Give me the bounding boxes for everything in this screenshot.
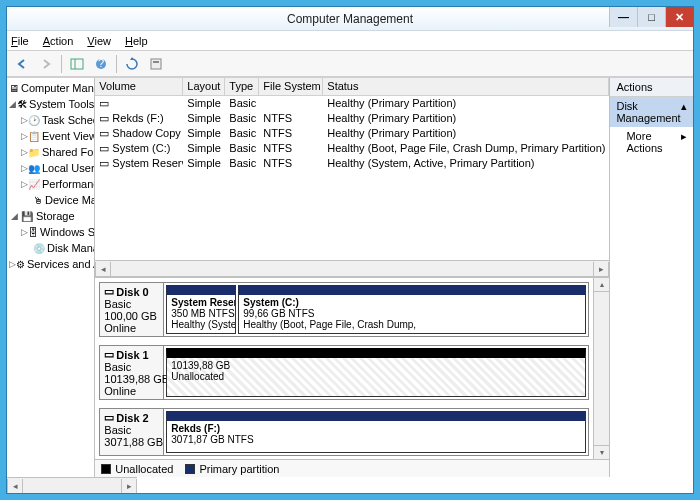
- scroll-right-button[interactable]: ▸: [121, 479, 137, 493]
- tree-label: Device Manager: [45, 194, 95, 206]
- vol-status: Healthy (Boot, Page File, Crash Dump, Pr…: [323, 141, 609, 156]
- disk-info: ▭Disk 2 Basic 3071,88 GB: [100, 409, 164, 455]
- maximize-button[interactable]: □: [637, 7, 665, 27]
- titlebar: Computer Management — □ ✕: [7, 7, 693, 31]
- scroll-up-button[interactable]: ▴: [594, 278, 609, 292]
- actions-section[interactable]: Disk Management▴: [610, 97, 693, 127]
- tree-eventviewer[interactable]: ▷📋Event Viewer: [7, 128, 94, 144]
- vol-status: Healthy (Primary Partition): [323, 126, 609, 141]
- users-icon: 👥: [28, 161, 40, 175]
- partition-name: System (C:): [243, 297, 581, 308]
- menu-help[interactable]: Help: [125, 35, 148, 47]
- tree-label: Disk Management: [47, 242, 95, 254]
- partition-name: Rekds (F:): [171, 423, 581, 434]
- partition[interactable]: System Reserved 350 MB NTFS Healthy (Sys…: [166, 285, 236, 334]
- disk-name: Disk 1: [116, 349, 148, 361]
- tree-root[interactable]: 🖥Computer Management (Local: [7, 80, 94, 96]
- scroll-left-button[interactable]: ◂: [7, 479, 23, 493]
- actions-more[interactable]: More Actions▸: [610, 127, 693, 157]
- volume-row[interactable]: ▭ Rekds (F:)SimpleBasicNTFSHealthy (Prim…: [95, 111, 609, 126]
- tree-localusers[interactable]: ▷👥Local Users and Groups: [7, 160, 94, 176]
- scroll-down-button[interactable]: ▾: [594, 445, 609, 459]
- volume-icon: ▭: [99, 127, 109, 139]
- tree-performance[interactable]: ▷📈Performance: [7, 176, 94, 192]
- disk-graphical: ▭Disk 0 Basic 100,00 GB Online System Re…: [95, 278, 609, 459]
- show-hide-tree-button[interactable]: [66, 53, 88, 75]
- volume-icon: ▭: [99, 97, 109, 109]
- vol-type: Basic: [225, 126, 259, 141]
- h-scrollbar[interactable]: ◂▸: [95, 260, 609, 276]
- col-type[interactable]: Type: [225, 78, 259, 95]
- settings-button[interactable]: [145, 53, 167, 75]
- menu-view[interactable]: View: [87, 35, 111, 47]
- v-scrollbar[interactable]: ▴ ▾: [593, 278, 609, 459]
- actions-more-label: More Actions: [626, 130, 681, 154]
- svg-rect-5: [153, 61, 159, 63]
- expand-icon[interactable]: ▷: [21, 227, 28, 237]
- disk-row[interactable]: ▭Disk 2 Basic 3071,88 GB Rekds (F:) 3071…: [99, 408, 589, 456]
- tree-storage[interactable]: ◢💾Storage: [7, 208, 94, 224]
- tree-services[interactable]: ▷⚙Services and Applications: [7, 256, 94, 272]
- volume-row[interactable]: ▭ SimpleBasicHealthy (Primary Partition): [95, 96, 609, 111]
- tree-h-scrollbar[interactable]: ◂▸: [7, 477, 137, 493]
- tree-devicemgr[interactable]: 🖱Device Manager: [7, 192, 94, 208]
- help-button[interactable]: ?: [90, 53, 112, 75]
- disk-type: Basic: [104, 298, 159, 310]
- volume-header: Volume Layout Type File System Status: [95, 78, 609, 96]
- menu-file[interactable]: File: [11, 35, 29, 47]
- disk-info: ▭Disk 1 Basic 10139,88 GB Online: [100, 346, 164, 399]
- minimize-button[interactable]: —: [609, 7, 637, 27]
- expand-icon[interactable]: ▷: [21, 147, 28, 157]
- menu-action[interactable]: Action: [43, 35, 74, 47]
- col-layout[interactable]: Layout: [183, 78, 225, 95]
- expand-icon[interactable]: ▷: [21, 131, 28, 141]
- vol-layout: Simple: [183, 96, 225, 111]
- close-button[interactable]: ✕: [665, 7, 693, 27]
- expand-icon[interactable]: ▷: [21, 115, 28, 125]
- tree-wsbackup[interactable]: ▷🗄Windows Server Backup: [7, 224, 94, 240]
- forward-button[interactable]: [35, 53, 57, 75]
- vol-fs: NTFS: [259, 156, 323, 171]
- vol-status: Healthy (Primary Partition): [323, 96, 609, 111]
- col-status[interactable]: Status: [323, 78, 609, 95]
- menubar: File Action View Help: [7, 31, 693, 51]
- expand-icon[interactable]: ▷: [9, 259, 16, 269]
- tree-sharedfolders[interactable]: ▷📁Shared Folders: [7, 144, 94, 160]
- scroll-left-button[interactable]: ◂: [95, 262, 111, 276]
- volume-row[interactable]: ▭ System (C:)SimpleBasicNTFSHealthy (Boo…: [95, 141, 609, 156]
- center-pane: Volume Layout Type File System Status ▭ …: [95, 78, 610, 477]
- partition-unallocated[interactable]: 10139,88 GB Unallocated: [166, 348, 586, 397]
- toolbar-separator: [116, 55, 117, 73]
- partition[interactable]: System (C:) 99,66 GB NTFS Healthy (Boot,…: [238, 285, 586, 334]
- vol-layout: Simple: [183, 126, 225, 141]
- expand-icon[interactable]: ▷: [21, 163, 28, 173]
- refresh-button[interactable]: [121, 53, 143, 75]
- tree-diskmgmt[interactable]: 💿Disk Management: [7, 240, 94, 256]
- col-filesystem[interactable]: File System: [259, 78, 323, 95]
- volume-row[interactable]: ▭ System ReservedSimpleBasicNTFSHealthy …: [95, 156, 609, 171]
- tree-tasksched[interactable]: ▷🕑Task Scheduler: [7, 112, 94, 128]
- back-button[interactable]: [11, 53, 33, 75]
- window-title: Computer Management: [287, 12, 413, 26]
- partition-size: 3071,87 GB NTFS: [171, 434, 581, 445]
- backup-icon: 🗄: [28, 225, 38, 239]
- collapse-icon[interactable]: ◢: [9, 99, 17, 109]
- services-icon: ⚙: [16, 257, 25, 271]
- disk-type: Basic: [104, 424, 159, 436]
- folder-icon: 📁: [28, 145, 40, 159]
- actions-pane: Actions Disk Management▴ More Actions▸: [610, 78, 693, 477]
- expand-icon[interactable]: ▷: [21, 179, 28, 189]
- tree-systools[interactable]: ◢🛠System Tools: [7, 96, 94, 112]
- app-window: Computer Management — □ ✕ File Action Vi…: [6, 6, 694, 494]
- vol-status: Healthy (Primary Partition): [323, 111, 609, 126]
- storage-icon: 💾: [20, 209, 34, 223]
- disk-row[interactable]: ▭Disk 1 Basic 10139,88 GB Online 10139,8…: [99, 345, 589, 400]
- volume-row[interactable]: ▭ Shadow Copy (G:)SimpleBasicNTFSHealthy…: [95, 126, 609, 141]
- volume-icon: ▭: [99, 157, 109, 169]
- main-content: 🖥Computer Management (Local ◢🛠System Too…: [7, 77, 693, 477]
- disk-row[interactable]: ▭Disk 0 Basic 100,00 GB Online System Re…: [99, 282, 589, 337]
- collapse-icon[interactable]: ◢: [9, 211, 20, 221]
- scroll-right-button[interactable]: ▸: [593, 262, 609, 276]
- partition[interactable]: Rekds (F:) 3071,87 GB NTFS: [166, 411, 586, 453]
- col-volume[interactable]: Volume: [95, 78, 183, 95]
